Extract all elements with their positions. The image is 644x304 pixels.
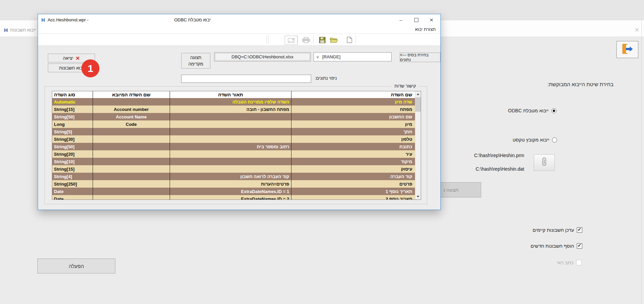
maximize-button[interactable]	[409, 14, 424, 25]
radio-text-file-import[interactable]: ייבוא מקובץ טקסט	[513, 137, 557, 142]
preview-button[interactable]: תצוגה מקדימה	[181, 53, 210, 69]
print-icon[interactable]	[302, 36, 310, 44]
cell-type: String[30]	[52, 135, 93, 143]
header-field-name: שם השדה	[291, 91, 415, 98]
table-row[interactable]: String[15] Account number מפתח החשבון - …	[52, 106, 415, 113]
table-row[interactable]: String[20] עיר	[52, 150, 415, 158]
cell-desc: קוד העברה לרואה חשבון	[170, 173, 292, 180]
choose-datasource-button[interactable]: <--- בחירת בסיס נתונים	[400, 53, 440, 62]
cell-imported: Account Name	[93, 113, 170, 120]
dbq-connection-field[interactable]: DBQ=C:\ODBC\Heshbonot.xlsx	[214, 52, 311, 61]
header-imported-field-name: שם השדה המיובא	[93, 91, 170, 98]
checkbox-label: עדכן חשבונות קיימים	[533, 227, 574, 233]
exit-door-icon	[621, 43, 634, 56]
exit-application-button[interactable]	[617, 41, 638, 58]
open-folder-icon[interactable]	[329, 36, 338, 44]
tab-import-accounts[interactable]: H ייבוא חשבונות	[4, 27, 36, 33]
table-row[interactable]: Long Code מיון	[52, 120, 415, 128]
cell-type: String[250]	[52, 180, 93, 188]
cell-name: קוד העברה	[291, 173, 415, 180]
cell-name: טלפון	[291, 135, 415, 143]
cell-name: תאריך נוסף 2	[291, 195, 415, 200]
checkbox-icon	[577, 243, 582, 249]
table-row[interactable]: String[250] פרטים=הערות פרטים	[52, 180, 415, 188]
data-filter-input[interactable]	[181, 75, 311, 83]
radio-label: ייבוא מטבלת ODBC	[508, 108, 549, 113]
table-row[interactable]: Date ExtraDateNames.ID = 2 תאריך נוסף 2	[52, 195, 415, 200]
cell-name: מיקוד	[291, 158, 415, 165]
attach-file-button[interactable]	[534, 154, 555, 171]
window-controls: – ✕	[393, 14, 439, 25]
close-button[interactable]: ✕	[424, 14, 439, 25]
cell-imported	[93, 128, 170, 135]
import-method-heading: בחירת שיטת הייבוא המבוקשת:	[548, 81, 613, 87]
table-scrollbar[interactable]	[415, 91, 421, 200]
cell-name: מיון	[291, 120, 415, 128]
field-table-main: סוג השדה שם השדה המיובא תאור השדה שם השד…	[52, 91, 415, 200]
table-row[interactable]: String[50] Account Name שם החשבון	[52, 113, 415, 120]
dbq-connection-value: DBQ=C:\ODBC\Heshbonot.xlsx	[215, 53, 310, 60]
run-button[interactable]: הפעלה	[37, 259, 115, 273]
prm-file-path: C:\hash\rep\Heshin.prm	[474, 153, 524, 158]
cell-desc: ExtraDateNames.ID = 1	[170, 188, 292, 195]
checkbox-icon	[577, 227, 582, 233]
radio-icon	[552, 137, 557, 142]
cell-type: Date	[52, 195, 93, 200]
menu-import-configuration[interactable]: תצורת יבוא	[415, 27, 436, 32]
table-row[interactable]: String[30] טלפון	[52, 135, 415, 143]
checkbox-update-existing-accounts[interactable]: עדכן חשבונות קיימים	[533, 227, 582, 233]
cell-type: String[15]	[52, 165, 93, 173]
cell-imported	[93, 165, 170, 173]
scrollbar-thumb[interactable]	[415, 97, 421, 112]
cell-type: Long	[52, 120, 93, 128]
cell-imported	[93, 150, 170, 158]
cell-imported	[93, 135, 170, 143]
table-row[interactable]: String[10] מיקוד	[52, 158, 415, 165]
toolbar-separator	[313, 35, 314, 44]
new-document-icon[interactable]	[345, 36, 354, 44]
save-icon[interactable]	[318, 36, 327, 44]
toolbar-separator	[298, 35, 298, 44]
dialog-title-bar[interactable]: H Acc.Heshbonot.wpr - יבוא מטבלת ODBC – …	[38, 14, 440, 25]
toolbar-separator	[268, 35, 268, 44]
checkbox-add-new-accounts[interactable]: הוסף חשבונות חדשים	[531, 243, 582, 249]
scroll-up-icon[interactable]	[415, 91, 421, 97]
table-row[interactable]: Automatic השדה שלפיו ממויינת הטבלה שדה מ…	[52, 98, 415, 106]
cell-type: Automatic	[52, 98, 93, 106]
cell-type: String[5]	[52, 128, 93, 135]
dialog-menu-bar: תצורת יבוא	[38, 25, 440, 34]
table-row[interactable]: String[5] חתך	[52, 128, 415, 135]
email-icon[interactable]	[285, 36, 298, 45]
radio-odbc-import[interactable]: ייבוא מטבלת ODBC	[508, 108, 556, 113]
checkbox-mirror-entry[interactable]: כתב ראי	[557, 260, 582, 265]
minimize-button[interactable]: –	[393, 14, 409, 25]
cell-type: String[50]	[52, 143, 93, 150]
range-combobox[interactable]: ∨ [RANGE]	[314, 52, 392, 61]
field-mapping-table: סוג השדה שם השדה המיובא תאור השדה שם השד…	[52, 91, 421, 200]
field-table-rows: Automatic השדה שלפיו ממויינת הטבלה שדה מ…	[52, 98, 415, 200]
table-row[interactable]: String[4] קוד העברה לרואה חשבון קוד העבר…	[52, 173, 415, 180]
cell-imported: Code	[93, 120, 170, 128]
background-close-icon[interactable]: ✕	[632, 26, 642, 34]
cell-imported	[93, 188, 170, 195]
dialog-toolbar	[38, 34, 440, 46]
cell-desc	[170, 135, 292, 143]
cell-imported	[93, 98, 170, 106]
cell-desc	[170, 113, 292, 120]
cell-desc	[170, 158, 292, 165]
checkbox-icon	[576, 260, 582, 265]
odbc-import-dialog: H Acc.Heshbonot.wpr - יבוא מטבלת ODBC – …	[38, 14, 441, 210]
cell-name: פרטים	[291, 180, 415, 188]
scroll-down-icon[interactable]	[415, 194, 421, 200]
cell-desc	[170, 150, 292, 158]
cell-desc: השדה שלפיו ממויינת הטבלה	[170, 98, 292, 106]
table-row[interactable]: Date ExtraDateNames.ID = 1 תאריך נוסף 1	[52, 188, 415, 195]
cell-imported	[93, 173, 170, 180]
cell-desc: רחוב ומספר בית	[170, 143, 292, 150]
dialog-title-text: יבוא מטבלת ODBC	[170, 14, 214, 25]
cell-name: כתובת	[291, 143, 415, 150]
tab-label: ייבוא חשבונות	[10, 27, 36, 33]
checkbox-label: הוסף חשבונות חדשים	[531, 243, 574, 249]
table-row[interactable]: String[50] רחוב ומספר בית כתובת	[52, 143, 415, 150]
table-row[interactable]: String[15] עיסוק	[52, 165, 415, 173]
